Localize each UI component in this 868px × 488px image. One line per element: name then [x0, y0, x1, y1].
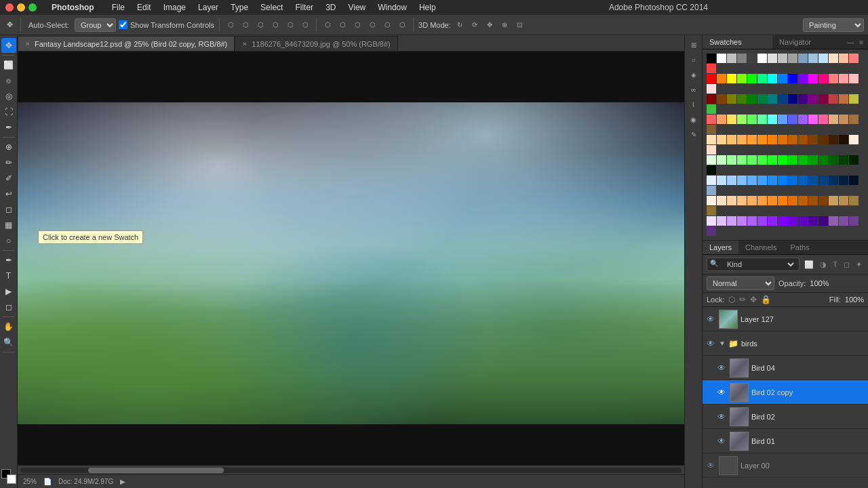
layer-visibility-127[interactable]: 👁 — [705, 314, 716, 325]
swatch[interactable] — [778, 54, 787, 63]
tab-fantasy-landscape[interactable]: ✕ Fantasy Landscape12.psd @ 25% (Bird 02… — [18, 36, 235, 51]
swatch[interactable] — [798, 115, 808, 124]
history-brush-tool[interactable]: ↩ — [1, 186, 16, 201]
panel-expand-icon[interactable]: ≡ — [857, 38, 865, 47]
layer-visibility-layer00[interactable]: 👁 — [705, 460, 716, 471]
swatch[interactable] — [747, 196, 757, 205]
swatch[interactable] — [849, 196, 859, 205]
swatch[interactable] — [717, 54, 726, 63]
layer-visibility-bird01[interactable]: 👁 — [716, 436, 727, 447]
swatch[interactable] — [727, 115, 736, 124]
swatch[interactable] — [798, 94, 808, 104]
swatch[interactable] — [829, 115, 838, 124]
clone-tool[interactable]: ✐ — [1, 171, 16, 186]
swatch[interactable] — [798, 155, 808, 165]
panel-minimize-icon[interactable]: — — [845, 38, 856, 47]
tab-layers[interactable]: Layers — [703, 241, 738, 254]
crop-tool[interactable]: ⛶ — [1, 104, 16, 119]
distribute-bottom-icon[interactable]: ⬡ — [396, 19, 408, 31]
swatch[interactable] — [839, 155, 848, 165]
swatch[interactable] — [717, 176, 726, 185]
lock-move-icon[interactable]: ✥ — [750, 295, 757, 304]
shape-tool[interactable]: ◻ — [1, 300, 16, 314]
swatch[interactable] — [717, 135, 726, 144]
3d-slide-icon[interactable]: ⊕ — [498, 19, 511, 31]
swatch[interactable] — [707, 155, 716, 165]
align-right-icon[interactable]: ⬡ — [254, 19, 267, 31]
swatch[interactable] — [829, 155, 838, 165]
swatch[interactable] — [788, 115, 797, 124]
opacity-value[interactable]: 100% — [810, 279, 833, 287]
menu-3d[interactable]: 3D — [320, 1, 341, 14]
swatch[interactable] — [747, 54, 757, 63]
swatch[interactable] — [717, 115, 726, 124]
swatch[interactable] — [747, 176, 757, 185]
menu-edit[interactable]: Edit — [132, 1, 157, 14]
swatch[interactable] — [818, 74, 828, 83]
swatch[interactable] — [737, 155, 747, 165]
layer-visibility-bird04[interactable]: 👁 — [716, 363, 727, 373]
tab-channels[interactable]: Channels — [738, 241, 783, 254]
swatch[interactable] — [778, 74, 787, 83]
brush-tool[interactable]: ✏ — [1, 155, 16, 170]
kind-filter-dropdown[interactable]: Kind Name — [722, 259, 796, 270]
swatch[interactable] — [707, 165, 716, 175]
layer-item-127[interactable]: 👁 Layer 127 — [703, 307, 868, 331]
tab-close-icon-2[interactable]: ✕ — [242, 41, 248, 47]
swatch[interactable] — [737, 176, 747, 185]
swatch[interactable] — [757, 115, 767, 124]
align-center-v-icon[interactable]: ⬡ — [284, 19, 296, 31]
swatch[interactable] — [788, 54, 797, 63]
align-center-h-icon[interactable]: ⬡ — [239, 19, 252, 31]
swatch[interactable] — [839, 94, 848, 104]
swatch[interactable] — [798, 176, 808, 185]
minimize-button[interactable] — [17, 3, 25, 12]
swatch[interactable] — [839, 74, 848, 83]
lock-transparent-icon[interactable]: ⬡ — [728, 295, 735, 304]
swatch[interactable] — [798, 54, 808, 63]
menu-file[interactable]: File — [106, 1, 130, 14]
swatch[interactable] — [707, 216, 716, 226]
swatch[interactable] — [757, 155, 767, 165]
swatch[interactable] — [778, 196, 787, 205]
eyedropper-tool[interactable]: ✒ — [1, 120, 16, 135]
swatch[interactable] — [818, 196, 828, 205]
swatch[interactable] — [717, 74, 726, 83]
text-tool[interactable]: T — [1, 268, 16, 283]
dodge-tool[interactable]: ○ — [1, 233, 16, 248]
swatch[interactable] — [839, 54, 848, 63]
3d-roll-icon[interactable]: ⟳ — [469, 19, 481, 31]
swatch[interactable] — [747, 74, 757, 83]
swatch[interactable] — [778, 94, 787, 104]
swatch[interactable] — [727, 176, 736, 185]
swatch[interactable] — [707, 186, 716, 195]
lock-paint-icon[interactable]: ✏ — [739, 295, 746, 304]
play-button[interactable]: ▶ — [120, 478, 125, 485]
tab-paths[interactable]: Paths — [784, 241, 816, 254]
swatch[interactable] — [849, 176, 859, 185]
swatch[interactable] — [808, 135, 818, 144]
layer-visibility-bird02copy[interactable]: 👁 — [716, 387, 727, 398]
tab-close-icon[interactable]: ✕ — [25, 41, 31, 47]
swatch[interactable] — [737, 74, 747, 83]
swatch[interactable] — [818, 54, 828, 63]
layer-visibility-birds[interactable]: 👁 — [705, 338, 716, 349]
swatch[interactable] — [829, 176, 838, 185]
swatch[interactable] — [717, 155, 726, 165]
swatch[interactable] — [757, 94, 767, 104]
mini-tool-6[interactable]: ◉ — [687, 113, 701, 126]
swatch[interactable] — [808, 176, 818, 185]
distribute-left-icon[interactable]: ⬡ — [321, 19, 334, 31]
swatch[interactable] — [707, 125, 716, 134]
quick-select-tool[interactable]: ◎ — [1, 89, 16, 104]
swatch[interactable] — [717, 196, 726, 205]
menu-layer[interactable]: Layer — [193, 1, 224, 14]
swatch[interactable] — [829, 135, 838, 144]
layer-item-bird01[interactable]: 👁 Bird 01 — [703, 429, 868, 453]
swatch[interactable] — [707, 104, 716, 114]
menu-view[interactable]: View — [342, 1, 371, 14]
swatch[interactable] — [788, 176, 797, 185]
swatch[interactable] — [707, 145, 716, 155]
swatch[interactable] — [757, 54, 767, 63]
filter-type-icon[interactable]: T — [831, 260, 840, 270]
